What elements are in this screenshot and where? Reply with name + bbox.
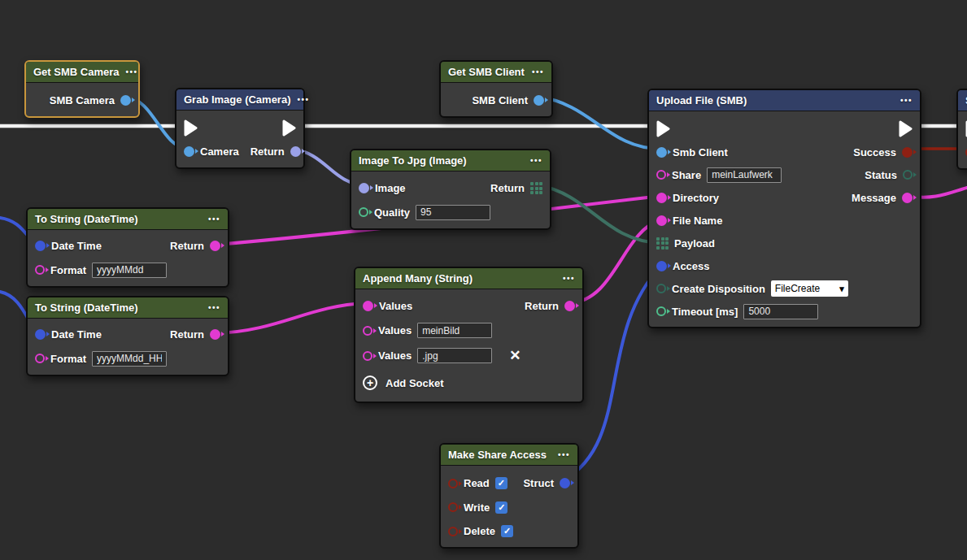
node-header[interactable]: Upload File (SMB) ••• — [649, 90, 920, 111]
node-title: Image To Jpg (Image) — [359, 154, 467, 167]
input-label: Camera — [200, 145, 239, 158]
add-socket-icon[interactable]: + — [363, 376, 377, 390]
access-input-pin[interactable] — [656, 261, 667, 271]
delete-input-pin[interactable] — [448, 527, 458, 536]
create-disposition-dropdown[interactable]: FileCreate ▾ — [771, 280, 848, 297]
exec-in-pin[interactable] — [184, 119, 198, 137]
smb-camera-output-pin[interactable] — [120, 95, 131, 106]
values-input-pin[interactable] — [363, 326, 372, 336]
message-output-pin[interactable] — [902, 193, 913, 203]
node-header[interactable]: Grab Image (Camera) ••• — [176, 89, 303, 111]
node-menu-icon[interactable]: ••• — [900, 97, 913, 105]
write-checkbox[interactable]: ✓ — [495, 501, 507, 514]
node-menu-icon[interactable]: ••• — [208, 304, 220, 312]
output-label: Return — [170, 240, 204, 252]
node-header[interactable]: Append Many (String) ••• — [355, 268, 582, 289]
output-label: SMB Client — [472, 94, 528, 106]
struct-output-pin[interactable] — [560, 478, 570, 488]
node-title: To String (DateTime) — [35, 213, 138, 225]
wire-smb-client[interactable] — [538, 97, 660, 149]
smb-client-input-pin[interactable] — [656, 147, 667, 158]
wire-values[interactable] — [216, 303, 366, 333]
node-header[interactable]: Make Share Access ••• — [441, 445, 577, 466]
input-label: Quality — [374, 206, 410, 219]
format-field[interactable] — [92, 351, 167, 367]
input-label: Payload — [674, 237, 715, 250]
values-input-pin[interactable] — [363, 301, 373, 311]
node-append-many[interactable]: Append Many (String) ••• Values Return V… — [354, 267, 584, 403]
return-output-pin[interactable] — [210, 241, 220, 251]
share-field[interactable] — [707, 167, 782, 183]
timeout-input-pin[interactable] — [656, 306, 666, 316]
node-menu-icon[interactable]: ••• — [298, 96, 310, 104]
node-editor-canvas[interactable]: Get SMB Camera ••• SMB Camera Grab Image… — [0, 0, 967, 560]
add-socket-label[interactable]: Add Socket — [385, 377, 444, 389]
input-label: Image — [375, 182, 406, 194]
node-to-string-day[interactable]: To String (DateTime) ••• Date Time Retur… — [26, 207, 229, 288]
node-menu-icon[interactable]: ••• — [558, 451, 570, 459]
node-header[interactable]: Get SMB Client ••• — [441, 62, 551, 83]
node-header[interactable]: To String (DateTime) ••• — [28, 209, 228, 230]
exec-in-pin[interactable] — [656, 120, 670, 137]
camera-input-pin[interactable] — [184, 146, 194, 157]
input-label: Values — [378, 324, 412, 336]
timeout-field[interactable] — [743, 304, 818, 319]
format-input-pin[interactable] — [35, 354, 45, 363]
format-input-pin[interactable] — [35, 265, 45, 275]
node-upload-file[interactable]: Upload File (SMB) ••• Smb Client Success… — [647, 89, 921, 328]
create-disposition-input-pin[interactable] — [656, 284, 666, 293]
node-menu-icon[interactable]: ••• — [532, 68, 544, 76]
input-label: Delete — [464, 525, 495, 537]
return-output-pin[interactable] — [564, 301, 575, 311]
return-output-pin[interactable] — [210, 329, 220, 340]
node-header[interactable]: Get SMB Camera ••• — [26, 62, 138, 83]
node-menu-icon[interactable]: ••• — [125, 68, 137, 76]
format-field[interactable] — [92, 263, 167, 278]
image-input-pin[interactable] — [359, 183, 369, 193]
node-header[interactable]: To String (DateTime) ••• — [28, 297, 228, 319]
exec-out-pin[interactable] — [899, 120, 913, 137]
payload-bytes-input-pin[interactable] — [656, 237, 669, 250]
read-input-pin[interactable] — [448, 479, 458, 488]
values-input-pin[interactable] — [363, 351, 372, 361]
input-label: Access — [673, 260, 710, 272]
write-input-pin[interactable] — [448, 502, 458, 512]
node-make-share-access[interactable]: Make Share Access ••• Read ✓ Struct Writ… — [439, 443, 579, 549]
directory-input-pin[interactable] — [656, 193, 667, 203]
share-input-pin[interactable] — [656, 170, 666, 180]
node-title: Get SMB Camera — [33, 66, 119, 78]
node-menu-icon[interactable]: ••• — [530, 157, 542, 165]
node-menu-icon[interactable]: ••• — [208, 215, 220, 224]
date-time-input-pin[interactable] — [35, 241, 46, 251]
node-header[interactable]: Image To Jpg (Image) ••• — [351, 150, 550, 171]
exec-out-pin[interactable] — [282, 119, 296, 137]
status-output-pin[interactable] — [903, 170, 913, 180]
node-to-string-hour[interactable]: To String (DateTime) ••• Date Time Retur… — [26, 296, 229, 376]
node-title: Grab Image (Camera) — [184, 93, 291, 106]
node-header[interactable]: S — [958, 90, 967, 111]
values-field-1[interactable] — [417, 323, 492, 338]
node-grab-image[interactable]: Grab Image (Camera) ••• Camera Return — [175, 88, 305, 169]
read-checkbox[interactable]: ✓ — [495, 477, 507, 489]
return-output-pin[interactable] — [290, 146, 301, 157]
input-label: Create Disposition — [672, 283, 765, 295]
node-get-smb-client[interactable]: Get SMB Client ••• SMB Client — [439, 60, 553, 118]
return-bytes-output-pin[interactable] — [530, 182, 542, 194]
values-field-2[interactable] — [417, 348, 492, 363]
wire-payload[interactable] — [539, 185, 660, 243]
node-image-to-jpg[interactable]: Image To Jpg (Image) ••• Image Return Qu… — [350, 149, 551, 230]
input-label: Read — [464, 477, 490, 489]
node-clipped-right[interactable]: S — [956, 89, 967, 170]
delete-checkbox[interactable]: ✓ — [501, 525, 513, 537]
success-output-pin[interactable] — [902, 147, 913, 158]
node-title: Upload File (SMB) — [656, 94, 747, 106]
date-time-input-pin[interactable] — [35, 329, 46, 340]
input-label: Share — [672, 169, 701, 181]
node-get-smb-camera[interactable]: Get SMB Camera ••• SMB Camera — [24, 60, 140, 118]
quality-field[interactable] — [416, 205, 490, 220]
node-menu-icon[interactable]: ••• — [563, 275, 575, 283]
file-name-input-pin[interactable] — [656, 215, 667, 226]
quality-input-pin[interactable] — [359, 207, 368, 217]
smb-client-output-pin[interactable] — [534, 95, 544, 106]
remove-socket-icon[interactable]: ✕ — [509, 349, 521, 362]
